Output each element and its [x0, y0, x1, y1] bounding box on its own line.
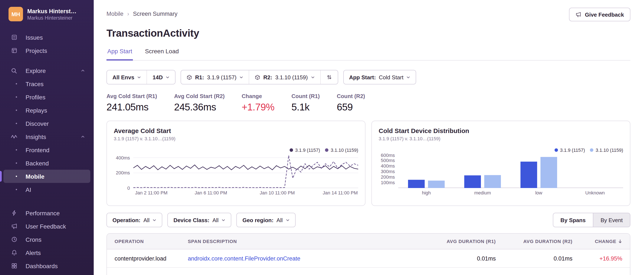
insights-icon — [8, 133, 20, 140]
page-title: TransactionActivity — [106, 27, 630, 39]
sidebar-item-projects[interactable]: Projects — [0, 44, 94, 57]
chevron-up-icon[interactable] — [80, 68, 85, 73]
give-feedback-button[interactable]: Give Feedback — [569, 8, 630, 21]
chart-legend: 3.1.9 (1157) 3.1.10 (1159) — [290, 148, 358, 153]
spans-table: OPERATION SPAN DESCRIPTION AVG DURATION … — [106, 233, 630, 275]
sidebar-item-label: Profiles — [26, 94, 45, 100]
sidebar-item-explore[interactable]: Explore — [0, 64, 94, 77]
line-chart — [133, 154, 358, 188]
legend-item-r2[interactable]: 3.1.10 (1159) — [590, 148, 623, 153]
span-description-link[interactable]: androidx.core.content.FileProvider.onCre… — [188, 255, 300, 261]
sidebar-item-label: Traces — [26, 80, 44, 87]
tab-screen-load[interactable]: Screen Load — [144, 48, 180, 61]
sidebar-item-issues[interactable]: Issues — [0, 31, 94, 44]
release-2-selector[interactable]: R2: 3.1.10 (1159) — [249, 70, 320, 84]
cell-operation: contentprovider.load — [107, 255, 188, 261]
breadcrumb-mobile[interactable]: Mobile — [106, 11, 124, 17]
y-axis-labels: 600ms500ms400ms300ms200ms100ms — [379, 154, 398, 188]
sidebar-item-insights[interactable]: Insights — [0, 130, 94, 143]
give-feedback-label: Give Feedback — [585, 11, 624, 18]
swap-releases-button[interactable] — [320, 70, 338, 84]
sidebar-item-mobile[interactable]: Mobile — [4, 170, 90, 183]
chart-subtitle: 3.1.9 (1157) v. 3.1.10…(1159) — [114, 136, 358, 141]
release-1-selector[interactable]: R1: 3.1.9 (1157) — [181, 70, 249, 84]
device-class-filter-group: Device Class: All — [168, 213, 231, 227]
view-toggle: By Spans By Event — [553, 213, 630, 227]
stat-count-r2: Count (R2) 659 — [337, 93, 365, 113]
sidebar-item-dashboards[interactable]: Dashboards — [0, 259, 94, 272]
release-compare-group: R1: 3.1.9 (1157) R2: 3.1.10 (1159) — [180, 70, 338, 84]
legend-item-r1[interactable]: 3.1.9 (1157) — [290, 148, 320, 153]
sidebar-item-label: Explore — [26, 67, 46, 74]
filter-row-secondary: Operation: All Device Class: All Geo reg… — [106, 213, 630, 227]
cell-change: +16.95% — [572, 255, 630, 261]
series-dot — [290, 148, 293, 152]
megaphone-icon — [576, 12, 582, 18]
sidebar-item-traces[interactable]: Traces — [0, 77, 94, 90]
sidebar-item-backend[interactable]: Backend — [0, 156, 94, 170]
main-content: Mobile › Screen Summary Give Feedback Tr… — [94, 0, 644, 275]
sidebar-item-label: Dashboards — [26, 262, 58, 269]
by-spans-toggle[interactable]: By Spans — [553, 213, 593, 227]
chevron-down-icon — [311, 74, 314, 80]
column-operation[interactable]: OPERATION — [107, 239, 188, 244]
app-start-type-filter[interactable]: App Start: Cold Start — [344, 70, 416, 84]
filter-row-primary: All Envs 14D R1: 3.1.9 (1157) — [106, 70, 630, 84]
tab-bar: App Start Screen Load — [106, 48, 630, 61]
swap-arrows-icon — [326, 74, 332, 80]
sidebar-item-label: Frontend — [26, 146, 50, 153]
sidebar-item-profiles[interactable]: Profiles — [0, 90, 94, 104]
release-icon — [186, 74, 192, 80]
column-change[interactable]: CHANGE — [572, 239, 630, 244]
sidebar-item-label: Discover — [26, 120, 49, 127]
sidebar-item-label: Issues — [26, 34, 43, 41]
column-avg-duration-r1[interactable]: AVG DURATION (R1) — [421, 239, 496, 244]
sidebar-item-user-feedback[interactable]: User Feedback — [0, 219, 94, 233]
user-menu[interactable]: MH Markus Hinterst… Markus Hintersteiner — [0, 5, 94, 27]
column-span-description[interactable]: SPAN DESCRIPTION — [188, 239, 421, 244]
sidebar-item-frontend[interactable]: Frontend — [0, 143, 94, 156]
breadcrumb-current: Screen Summary — [133, 11, 178, 17]
series-dot — [554, 148, 558, 152]
x-axis-labels: Jan 2 11:00 PMJan 6 11:00 PMJan 10 11:00… — [133, 190, 358, 197]
sidebar-item-releases[interactable]: Releases — [0, 272, 94, 275]
environment-filter[interactable]: All Envs — [107, 70, 147, 84]
app-root: MH Markus Hinterst… Markus Hintersteiner… — [0, 0, 644, 275]
stat-avg-cold-start-r2: Avg Cold Start (R2) 245.36ms — [174, 93, 224, 113]
issues-icon — [8, 34, 20, 41]
sidebar-item-performance[interactable]: Performance — [0, 206, 94, 219]
sidebar-item-replays[interactable]: Replays — [0, 104, 94, 117]
legend-item-r2[interactable]: 3.1.10 (1159) — [325, 148, 358, 153]
device-class-filter[interactable]: Device Class: All — [168, 213, 231, 227]
column-avg-duration-r2[interactable]: AVG DURATION (R2) — [496, 239, 572, 244]
sidebar-item-label: Replays — [26, 107, 47, 114]
chevron-down-icon — [222, 217, 225, 223]
user-name: Markus Hinterst… — [27, 8, 76, 14]
legend-item-r1[interactable]: 3.1.9 (1157) — [554, 148, 585, 153]
bullet-dot — [8, 123, 20, 124]
chevron-down-icon — [286, 217, 290, 223]
chevron-up-icon[interactable] — [80, 134, 85, 139]
sidebar-item-discover[interactable]: Discover — [0, 117, 94, 130]
sidebar-item-label: Alerts — [26, 249, 41, 256]
env-date-group: All Envs 14D — [106, 70, 176, 84]
by-event-toggle[interactable]: By Event — [593, 213, 630, 227]
geo-region-filter[interactable]: Geo region: All — [237, 213, 295, 227]
geo-region-filter-group: Geo region: All — [236, 213, 296, 227]
user-org: Markus Hintersteiner — [27, 15, 76, 20]
sidebar-item-label: Performance — [26, 209, 60, 216]
bullet-dot — [8, 96, 20, 98]
sidebar-item-label: AI — [26, 186, 31, 193]
operation-filter[interactable]: Operation: All — [107, 213, 162, 227]
sidebar-item-crons[interactable]: Crons — [0, 233, 94, 246]
date-range-filter[interactable]: 14D — [147, 70, 175, 84]
sidebar-item-alerts[interactable]: Alerts — [0, 246, 94, 259]
series-dot — [325, 148, 328, 152]
chevron-down-icon — [137, 74, 141, 80]
sidebar-item-ai[interactable]: AI — [0, 183, 94, 196]
search-icon — [8, 67, 20, 74]
grid-icon — [8, 263, 20, 269]
tab-app-start[interactable]: App Start — [106, 48, 133, 61]
chart-title: Cold Start Device Distribution — [379, 127, 623, 134]
sidebar-item-label: Insights — [26, 133, 46, 140]
